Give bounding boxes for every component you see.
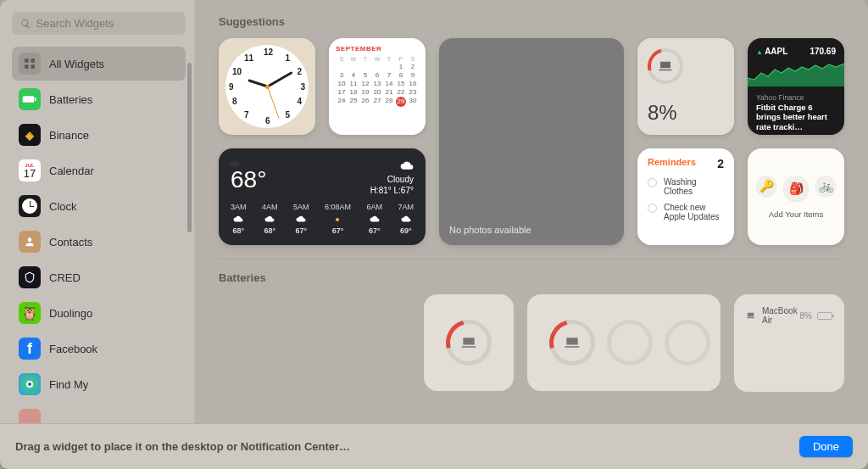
- sidebar-item-label: Binance: [49, 129, 89, 142]
- sidebar-item-findmy[interactable]: Find My: [12, 367, 186, 401]
- battery-ring-empty: [665, 320, 710, 366]
- weather-temp: 68°: [231, 166, 266, 193]
- laptop-icon: [460, 334, 477, 351]
- done-button[interactable]: Done: [799, 436, 853, 457]
- weather-condition: Cloudy: [370, 174, 414, 185]
- sidebar-item-calendar[interactable]: JUL 17 Calendar: [12, 154, 186, 187]
- sidebar-item-clock[interactable]: Clock: [12, 189, 186, 223]
- stock-chart: [748, 61, 844, 87]
- sidebar-item-label: Facebook: [49, 343, 97, 355]
- battery-ring: [549, 320, 595, 366]
- keys-icon: 🔑: [756, 176, 776, 196]
- svg-rect-0: [25, 59, 29, 63]
- svg-rect-1: [31, 59, 35, 63]
- battery-pill-icon: [817, 312, 832, 320]
- widget-battery-medium[interactable]: [527, 294, 721, 391]
- sidebar: All Widgets Batteries ◈ Binance JUL 17: [0, 0, 195, 423]
- sidebar-item-label: Duolingo: [49, 307, 92, 320]
- battery-percent: 8%: [648, 101, 724, 125]
- laptop-icon: [746, 310, 755, 321]
- clock-icon: [19, 195, 41, 217]
- section-title-suggestions: Suggestions: [219, 15, 844, 28]
- battery-ring-empty: [607, 320, 653, 366]
- stock-symbol: AAPL: [756, 47, 787, 56]
- sidebar-item-cred[interactable]: CRED: [12, 260, 186, 294]
- sidebar-item-binance[interactable]: ◈ Binance: [12, 118, 186, 152]
- reminders-list: Washing ClothesCheck new Apple Updates: [648, 177, 724, 221]
- cloud-icon: [400, 159, 414, 172]
- weather-hourly: 3AM68°4AM68°5AM67°6:08AM67°6AM67°7AM69°: [231, 203, 414, 235]
- stock-source: Yahoo Finance: [756, 93, 836, 102]
- widget-battery-list[interactable]: MacBook Air 8%: [734, 294, 844, 392]
- battery-ring: [446, 320, 492, 366]
- sidebar-item-all-widgets[interactable]: All Widgets: [12, 47, 186, 81]
- section-title-batteries: Batteries: [219, 271, 844, 284]
- battery-device-pct: 8%: [800, 311, 812, 321]
- sidebar-item-batteries[interactable]: Batteries: [12, 82, 186, 116]
- sidebar-item-label: CRED: [49, 271, 81, 284]
- widget-stocks[interactable]: AAPL 170.69 Yahoo Finance Fitbit Charge …: [748, 38, 844, 135]
- stock-price: 170.69: [810, 47, 836, 56]
- cred-icon: [19, 266, 41, 288]
- findmy-icon: [19, 373, 41, 395]
- weather-location: —: [231, 159, 266, 168]
- sidebar-item-label: Contacts: [49, 236, 92, 248]
- footer-hint: Drag a widget to place it on the desktop…: [15, 440, 350, 453]
- stock-headline: Fitbit Charge 6 brings better heart rate…: [756, 103, 836, 131]
- widget-calendar[interactable]: SEPTEMBER SMTWTFS12345678910111213141516…: [329, 38, 426, 135]
- svg-point-6: [28, 237, 32, 242]
- sidebar-item-label: Calendar: [49, 165, 94, 177]
- widget-reminders[interactable]: Reminders 2 Washing ClothesCheck new App…: [637, 148, 734, 245]
- minute-hand: [266, 71, 292, 87]
- hour-hand: [248, 79, 268, 87]
- photos-empty-label: No photos available: [449, 225, 531, 235]
- sidebar-item-label: All Widgets: [49, 58, 104, 70]
- facebook-icon: f: [19, 338, 41, 360]
- sidebar-item-label: Batteries: [49, 93, 92, 106]
- calendar-grid: SMTWTFS123456789101112131415161718192021…: [336, 56, 419, 107]
- bike-icon: 🚲: [815, 176, 836, 196]
- calendar-icon: JUL 17: [19, 159, 41, 181]
- sidebar-item-label: Find My: [49, 378, 88, 391]
- weather-hilo: H:81° L:67°: [370, 185, 414, 196]
- all-widgets-icon: [19, 53, 41, 75]
- search-input[interactable]: [36, 17, 177, 30]
- svg-rect-4: [23, 96, 35, 103]
- content: Suggestions 12 1 2 3 4 5: [195, 0, 868, 423]
- widget-battery-small[interactable]: [424, 294, 514, 391]
- battery-device-name: MacBook Air: [762, 306, 800, 325]
- sidebar-item-label: Clock: [49, 200, 77, 213]
- svg-rect-2: [25, 64, 29, 69]
- sidebar-item-duolingo[interactable]: 🦉 Duolingo: [12, 296, 186, 330]
- findmy-label: Add Your Items: [769, 209, 823, 219]
- sidebar-item-more[interactable]: [12, 403, 186, 423]
- section-divider: [219, 259, 844, 260]
- sidebar-item-facebook[interactable]: f Facebook: [12, 332, 186, 366]
- contacts-icon: [19, 231, 41, 253]
- duolingo-icon: 🦉: [19, 302, 41, 324]
- widget-battery[interactable]: 8%: [637, 38, 734, 135]
- footer: Drag a widget to place it on the desktop…: [0, 423, 868, 469]
- widget-weather[interactable]: — 68° Cloudy H:81° L:67° 3AM68°4AM68°5AM…: [219, 148, 426, 245]
- findmy-icons: 🔑 🎒 🚲: [756, 176, 836, 201]
- batteries-icon: [19, 88, 41, 110]
- svg-point-7: [336, 218, 339, 221]
- more-icon: [19, 409, 41, 423]
- svg-rect-5: [35, 98, 36, 102]
- widget-photos[interactable]: No photos available: [439, 38, 624, 245]
- second-hand: [267, 87, 280, 119]
- sidebar-item-contacts[interactable]: Contacts: [12, 225, 186, 259]
- laptop-icon: [564, 334, 581, 351]
- battery-ring: [648, 48, 683, 84]
- search-field[interactable]: [12, 12, 186, 35]
- calendar-month: SEPTEMBER: [336, 45, 419, 53]
- clock-face: 12 1 2 3 4 5 6 7 8 9 10: [225, 45, 309, 128]
- widget-findmy[interactable]: 🔑 🎒 🚲 Add Your Items: [748, 148, 844, 245]
- sidebar-scrollbar[interactable]: [187, 63, 192, 232]
- battery-list-row: MacBook Air 8%: [746, 303, 832, 328]
- backpack-icon: 🎒: [783, 176, 809, 201]
- widget-clock[interactable]: 12 1 2 3 4 5 6 7 8 9 10: [219, 38, 315, 135]
- binance-icon: ◈: [19, 124, 41, 146]
- svg-rect-3: [31, 64, 35, 69]
- sidebar-list: All Widgets Batteries ◈ Binance JUL 17: [12, 47, 186, 423]
